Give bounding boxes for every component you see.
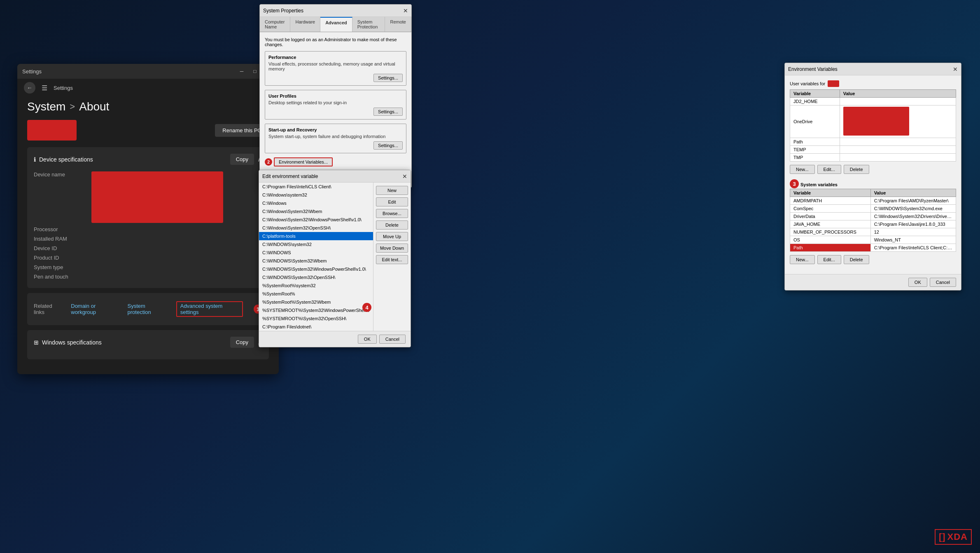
spec-row-installed-ram: Installed RAM bbox=[34, 234, 262, 244]
list-item[interactable]: C:\Windows\system32 bbox=[259, 191, 373, 199]
sys-delete-button[interactable]: Delete bbox=[844, 255, 869, 264]
user-var-row-onedrive[interactable]: OneDrive bbox=[790, 105, 956, 138]
list-item[interactable]: %SystemRoot%\system32 bbox=[259, 281, 373, 290]
device-specs-actions: Copy ∧ bbox=[230, 154, 262, 165]
windows-specs-section: ⊞ Windows specifications Copy ∧ bbox=[27, 330, 269, 359]
list-item[interactable]: %SystemRoot%\System32\Wbem bbox=[259, 298, 373, 306]
tab-system-protection[interactable]: System Protection bbox=[352, 17, 385, 32]
envvar-close-button[interactable]: ✕ bbox=[953, 66, 958, 73]
spec-label-product-id: Product ID bbox=[34, 255, 91, 261]
list-item[interactable]: C:\WINDOWS\System32\OpenSSH\ bbox=[259, 273, 373, 281]
envvar-footer: OK Cancel bbox=[785, 274, 961, 290]
user-var-row-temp[interactable]: TEMP bbox=[790, 146, 956, 154]
editenv-move-down-button[interactable]: Move Down bbox=[376, 244, 408, 253]
edit-environment-variable-window: Edit environment variable ✕ C:\Program F… bbox=[259, 170, 411, 347]
sys-var-row-comspec[interactable]: ComSpec C:\WINDOWS\System32\cmd.exe bbox=[790, 205, 956, 213]
info-icon: ℹ bbox=[34, 156, 36, 163]
tab-remote[interactable]: Remote bbox=[385, 17, 411, 32]
related-link-advanced-settings[interactable]: Advanced system settings bbox=[176, 301, 243, 317]
sysprop-note: You must be logged on as an Administrato… bbox=[265, 37, 406, 47]
tab-advanced[interactable]: Advanced bbox=[320, 17, 352, 32]
spec-label-pen-touch: Pen and touch bbox=[34, 274, 91, 280]
tab-computer-name[interactable]: Computer Name bbox=[260, 17, 290, 32]
editenv-move-up-button[interactable]: Move Up bbox=[376, 232, 408, 241]
user-vars-table: Variable Value JD2_HOME OneDrive Path bbox=[790, 89, 956, 162]
list-item[interactable]: C:\WINDOWS\System32\WindowsPowerShell\v1… bbox=[259, 265, 373, 273]
user-var-row-path[interactable]: Path bbox=[790, 138, 956, 146]
spec-label-device-name: Device name bbox=[34, 171, 91, 178]
related-link-domain[interactable]: Domain or workgroup bbox=[71, 303, 119, 315]
list-item[interactable]: C:\WINDOWS\system32 bbox=[259, 240, 373, 248]
sys-var-row-os[interactable]: OS Windows_NT bbox=[790, 236, 956, 244]
list-item[interactable]: %SYSTEMROOT%\System32\WindowsPowerShell\… bbox=[259, 306, 373, 314]
tab-hardware[interactable]: Hardware bbox=[290, 17, 320, 32]
list-item[interactable]: C:\Program Files\Intel\iCLS Client\ bbox=[259, 183, 373, 191]
editenv-browse-button[interactable]: Browse... bbox=[376, 209, 408, 218]
user-profiles-group: User Profiles Desktop settings related t… bbox=[265, 90, 406, 120]
editenv-body: C:\Program Files\Intel\iCLS Client\ C:\W… bbox=[259, 183, 411, 331]
sys-edit-button[interactable]: Edit... bbox=[817, 255, 841, 264]
related-links-section: Related links Domain or workgroup System… bbox=[27, 293, 269, 325]
back-button[interactable]: ← bbox=[24, 82, 35, 94]
list-item[interactable]: C:\Windows bbox=[259, 199, 373, 207]
editenv-edit-button[interactable]: Edit bbox=[376, 197, 408, 206]
editenv-close-button[interactable]: ✕ bbox=[402, 173, 407, 180]
list-item[interactable]: C:\WINDOWS bbox=[259, 248, 373, 257]
sys-var-row-path[interactable]: Path C:\Program Files\Intel\iCLS Client;… bbox=[790, 244, 956, 252]
list-item[interactable]: C:\Windows\System32\OpenSSH\ bbox=[259, 224, 373, 232]
settings-window-title: Settings bbox=[22, 68, 42, 75]
list-item[interactable]: C:\Program Files\dotnet\ bbox=[259, 323, 373, 331]
user-edit-button[interactable]: Edit... bbox=[817, 165, 841, 174]
user-delete-button[interactable]: Delete bbox=[844, 165, 869, 174]
editenv-new-button[interactable]: New bbox=[376, 186, 408, 195]
maximize-button[interactable]: □ bbox=[249, 66, 261, 77]
user-profiles-settings-button[interactable]: Settings... bbox=[373, 108, 403, 116]
sys-var-row-driverdata[interactable]: DriverData C:\Windows\System32\Drivers\D… bbox=[790, 213, 956, 220]
user-var-row-jd2home[interactable]: JD2_HOME bbox=[790, 98, 956, 105]
startup-settings-button[interactable]: Settings... bbox=[373, 141, 403, 150]
editenv-cancel-button[interactable]: Cancel bbox=[379, 335, 406, 344]
device-logo bbox=[27, 120, 77, 141]
sys-var-row-javahome[interactable]: JAVA_HOME C:\Program Files\Java\jre1.8.0… bbox=[790, 220, 956, 228]
performance-settings-button[interactable]: Settings... bbox=[373, 74, 403, 82]
user-profiles-desc: Desktop settings related to your sign-in bbox=[268, 100, 403, 105]
system-properties-window: System Properties ✕ Computer Name Hardwa… bbox=[259, 4, 412, 188]
windows-specs-header: ⊞ Windows specifications Copy ∧ bbox=[34, 337, 262, 348]
sys-new-button[interactable]: New... bbox=[790, 255, 815, 264]
envvar-ok-button[interactable]: OK bbox=[908, 278, 927, 287]
sys-var-row-numproc[interactable]: NUMBER_OF_PROCESSORS 12 bbox=[790, 228, 956, 236]
environment-variables-button[interactable]: Environment Variables... bbox=[274, 157, 333, 166]
related-links-label: Related links bbox=[34, 303, 63, 315]
user-value-onedrive bbox=[840, 105, 956, 138]
list-item[interactable]: C:\WINDOWS\System32\Wbem bbox=[259, 257, 373, 265]
editenv-list[interactable]: C:\Program Files\Intel\iCLS Client\ C:\W… bbox=[259, 183, 373, 331]
user-color-icon bbox=[828, 80, 839, 87]
sys-vars-actions: New... Edit... Delete bbox=[790, 255, 956, 264]
user-var-row-tmp[interactable]: TMP bbox=[790, 154, 956, 162]
device-specs-header: ℹ Device specifications Copy ∧ bbox=[34, 154, 262, 165]
sys-var-row-amdrmpath[interactable]: AMDRMPATH C:\Program Files\AMD\RyzenMast… bbox=[790, 197, 956, 205]
list-item[interactable]: C:\Windows\System32\Wbem bbox=[259, 207, 373, 216]
list-item[interactable]: C:\Windows\System32\WindowsPowerShell\v1… bbox=[259, 216, 373, 224]
minimize-button[interactable]: ─ bbox=[236, 66, 247, 77]
hamburger-icon[interactable]: ☰ bbox=[39, 82, 50, 94]
windows-specs-copy-button[interactable]: Copy bbox=[230, 337, 254, 348]
sys-value-col-header: Value bbox=[870, 189, 956, 197]
device-specs-copy-button[interactable]: Copy bbox=[230, 154, 254, 165]
editenv-delete-button[interactable]: Delete bbox=[376, 220, 408, 230]
list-item[interactable]: %SystemRoot% bbox=[259, 290, 373, 298]
windows-icon: ⊞ bbox=[34, 339, 39, 346]
editenv-edit-text-button[interactable]: Edit text... bbox=[376, 255, 408, 264]
user-new-button[interactable]: New... bbox=[790, 165, 815, 174]
device-specs-section: ℹ Device specifications Copy ∧ Device na… bbox=[27, 147, 269, 288]
envvar-cancel-button[interactable]: Cancel bbox=[930, 278, 956, 287]
device-header: Rename this PC bbox=[27, 120, 269, 141]
sys-value-amdrmpath: C:\Program Files\AMD\RyzenMaster\ bbox=[870, 197, 956, 205]
sysprop-close-button[interactable]: ✕ bbox=[403, 7, 408, 14]
sys-var-numproc: NUMBER_OF_PROCESSORS bbox=[790, 228, 871, 236]
related-link-system-protection[interactable]: System protection bbox=[128, 303, 168, 315]
user-var-tmp: TMP bbox=[790, 154, 840, 162]
editenv-ok-button[interactable]: OK bbox=[358, 335, 377, 344]
list-item[interactable]: %SYSTEMROOT%\System32\OpenSSH\ bbox=[259, 314, 373, 323]
list-item-selected[interactable]: C:\platform-tools bbox=[259, 232, 373, 240]
